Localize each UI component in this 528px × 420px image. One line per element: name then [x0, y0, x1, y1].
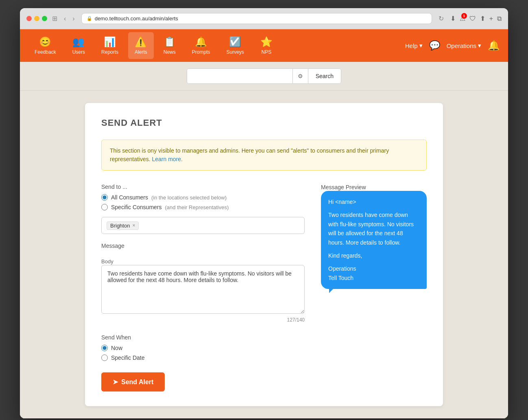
location-tag-input[interactable]: Brighton ×: [101, 217, 305, 234]
back-button[interactable]: ‹: [62, 14, 68, 23]
specific-consumers-option[interactable]: Specific Consumers (and their Representa…: [101, 204, 305, 210]
minimize-button[interactable]: [34, 16, 39, 21]
nav-item-users[interactable]: 👥 Users: [66, 32, 92, 59]
feedback-icon: 😊: [39, 36, 51, 48]
download-button[interactable]: ⬇: [450, 15, 456, 22]
recipient-radio-group: All Consumers (in the locations selected…: [101, 194, 305, 210]
sidebar-toggle-button[interactable]: ⊞: [52, 15, 57, 22]
url-text: demo.telltouch.com.au/admin/alerts: [95, 15, 178, 22]
send-to-label: Send to ...: [101, 184, 305, 190]
form-right: Message Preview Hi <name> Two residents …: [321, 184, 427, 289]
nav-items: 😊 Feedback 👥 Users 📊 Reports ⚠️ Alerts 📋: [28, 32, 279, 59]
send-alert-card: SEND ALERT This section is ony visible t…: [85, 103, 443, 406]
new-tab-button[interactable]: +: [489, 15, 493, 22]
send-when-radio-group: Now Specific Date: [101, 345, 305, 361]
send-when-section: Send When Now Specific Date: [101, 334, 305, 361]
all-consumers-option[interactable]: All Consumers (in the locations selected…: [101, 194, 305, 201]
address-bar[interactable]: 🔒 demo.telltouch.com.au/admin/alerts: [81, 13, 432, 24]
nav-label-alerts: Alerts: [135, 49, 147, 55]
shield-button[interactable]: 🛡: [469, 15, 476, 22]
nav-item-prompts[interactable]: 🔔 Prompts: [185, 32, 217, 59]
location-tag-remove[interactable]: ×: [132, 223, 135, 228]
message-section-label: Message: [101, 243, 124, 249]
now-option[interactable]: Now: [101, 345, 305, 351]
nav-label-users: Users: [72, 49, 85, 55]
specific-consumers-radio[interactable]: [101, 204, 108, 210]
forward-button[interactable]: ›: [71, 14, 76, 23]
specific-date-label: Specific Date: [111, 354, 144, 361]
operations-chevron-icon: ▾: [478, 42, 481, 49]
close-button[interactable]: [26, 16, 32, 21]
search-input[interactable]: [187, 69, 292, 83]
message-preview-bubble: Hi <name> Two residents have come down w…: [321, 191, 427, 289]
all-consumers-radio[interactable]: [101, 194, 108, 201]
specific-date-radio[interactable]: [101, 354, 108, 361]
location-tag-text: Brighton: [110, 223, 130, 229]
search-bar-area: ⚙ Search: [20, 62, 508, 91]
now-radio[interactable]: [101, 345, 108, 351]
send-alert-label: Send Alert: [121, 378, 153, 386]
lock-icon: 🔒: [87, 16, 92, 21]
help-button[interactable]: Help ▾: [405, 42, 423, 49]
nav-item-news[interactable]: 📋 News: [157, 32, 182, 59]
nav-label-feedback: Feedback: [35, 49, 56, 55]
char-count: 127/140: [101, 317, 305, 323]
info-banner: This section is ony visible to managers …: [101, 140, 427, 171]
nav-label-reports: Reports: [101, 49, 118, 55]
all-consumers-label: All Consumers: [111, 194, 148, 201]
search-button[interactable]: Search: [308, 69, 341, 83]
page-title: SEND ALERT: [101, 118, 427, 128]
specific-consumers-label: Specific Consumers: [111, 204, 162, 210]
operations-button[interactable]: Operations ▾: [447, 42, 481, 49]
help-chevron-icon: ▾: [419, 42, 423, 49]
maximize-button[interactable]: [42, 16, 47, 21]
reports-icon: 📊: [104, 36, 116, 48]
preview-signoff: Kind regards,: [328, 251, 419, 260]
specific-date-option[interactable]: Specific Date: [101, 354, 305, 361]
windows-button[interactable]: ⧉: [497, 15, 502, 22]
preview-body: Two residents have come down with flu-li…: [328, 210, 419, 247]
browser-nav-controls: ‹ ›: [62, 14, 76, 23]
bell-icon: 🔔: [488, 40, 500, 51]
form-left: Send to ... All Consumers (in the locati…: [101, 184, 305, 392]
traffic-lights: [26, 16, 47, 21]
preview-signature: Operations Tell Touch: [328, 264, 419, 282]
preview-label: Message Preview: [321, 184, 366, 190]
preview-sig-line2: Tell Touch: [328, 275, 353, 281]
nav-label-surveys: Surveys: [226, 49, 244, 55]
chat-button[interactable]: 💬: [429, 40, 440, 51]
operations-label: Operations: [447, 42, 476, 49]
alerts-icon: ⚠️: [135, 36, 147, 48]
form-layout: Send to ... All Consumers (in the locati…: [101, 184, 427, 392]
users-icon: 👥: [72, 36, 85, 48]
nps-icon: ⭐: [260, 36, 273, 48]
nav-bar: 😊 Feedback 👥 Users 📊 Reports ⚠️ Alerts 📋: [20, 29, 508, 62]
send-icon: ➤: [113, 378, 118, 386]
send-alert-button[interactable]: ➤ Send Alert: [101, 372, 165, 392]
message-body-textarea[interactable]: Two residents have come down with flu-li…: [101, 265, 305, 314]
browser-titlebar: ⊞ ‹ › 🔒 demo.telltouch.com.au/admin/aler…: [20, 8, 508, 29]
nav-item-alerts[interactable]: ⚠️ Alerts: [128, 32, 154, 59]
nav-right: Help ▾ 💬 Operations ▾ 🔔: [405, 40, 500, 51]
nav-item-reports[interactable]: 📊 Reports: [95, 32, 125, 59]
notification-badge: 1: [461, 13, 467, 19]
learn-more-link[interactable]: Learn more.: [152, 156, 183, 162]
app-container: 😊 Feedback 👥 Users 📊 Reports ⚠️ Alerts 📋: [20, 29, 508, 418]
share-button[interactable]: ⬆: [480, 15, 485, 22]
send-to-group: Send to ... All Consumers (in the locati…: [101, 184, 305, 234]
alert-button[interactable]: ⚠ 1: [460, 15, 465, 22]
surveys-icon: ☑️: [229, 36, 241, 48]
reload-button[interactable]: ↻: [437, 14, 445, 23]
body-label: Body: [101, 258, 113, 265]
filter-button[interactable]: ⚙: [292, 69, 308, 83]
search-container: ⚙ Search: [187, 68, 341, 84]
nav-item-feedback[interactable]: 😊 Feedback: [28, 32, 63, 59]
browser-window: ⊞ ‹ › 🔒 demo.telltouch.com.au/admin/aler…: [20, 8, 508, 418]
nav-item-nps[interactable]: ⭐ NPS: [254, 32, 279, 59]
bell-button[interactable]: 🔔: [488, 40, 500, 51]
nav-label-prompts: Prompts: [192, 49, 210, 55]
browser-actions: ⬇ ⚠ 1 🛡 ⬆ + ⧉: [450, 15, 502, 22]
nav-item-surveys[interactable]: ☑️ Surveys: [220, 32, 250, 59]
prompts-icon: 🔔: [195, 36, 207, 48]
help-label: Help: [405, 42, 418, 49]
